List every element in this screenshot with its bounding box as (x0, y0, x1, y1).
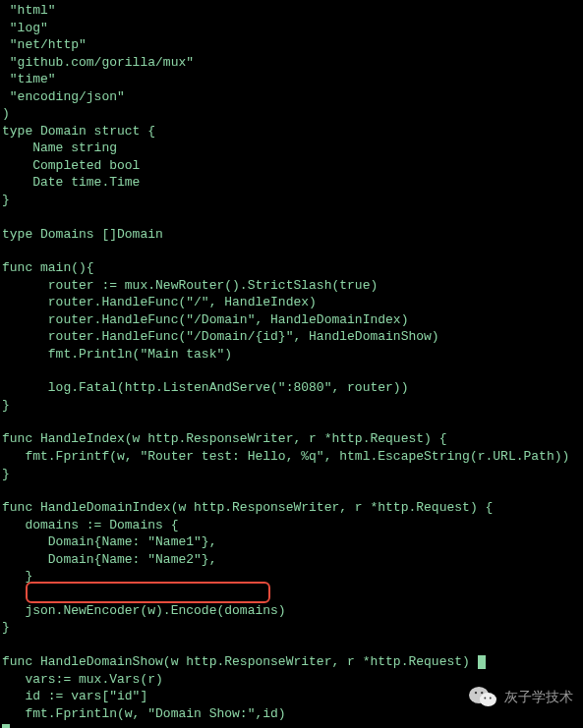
code-line: "net/http" (2, 36, 581, 54)
code-line: func HandleIndex(w http.ResponseWriter, … (2, 430, 581, 448)
cursor-icon (478, 655, 486, 669)
code-line: "time" (2, 71, 581, 88)
code-line: } (2, 192, 581, 209)
footer: 灰子学技术 (469, 685, 573, 708)
code-line: "html" (2, 2, 581, 20)
code-line (2, 637, 581, 653)
code-line: router := mux.NewRouter().StrictSlash(tr… (2, 277, 581, 295)
code-line: } (2, 619, 581, 637)
code-line (2, 414, 581, 430)
code-line: fmt.Fprintf(w, "Router test: Hello, %q",… (2, 448, 581, 466)
code-line: type Domains []Domain (2, 226, 581, 244)
code-line: log.Fatal(http.ListenAndServe(":8080", r… (2, 379, 581, 397)
code-line: Domain{Name: "Name2"}, (2, 551, 581, 569)
footer-text: 灰子学技术 (504, 688, 573, 706)
code-line: router.HandleFunc("/Domain/{id}", Handle… (2, 328, 581, 346)
code-line: ) (2, 105, 581, 123)
code-line: Domain{Name: "Name1"}, (2, 533, 581, 551)
cursor-icon (2, 724, 10, 728)
code-line: } (2, 466, 581, 483)
code-line: Name string (2, 140, 581, 157)
code-line: Date time.Time (2, 174, 581, 192)
code-line: "log" (2, 20, 581, 37)
code-line: type Domain struct { (2, 123, 581, 140)
code-line: "encoding/json" (2, 88, 581, 106)
code-line (2, 209, 581, 226)
wechat-icon (469, 685, 496, 708)
code-line (2, 586, 581, 602)
code-line (2, 243, 581, 259)
code-line: } (2, 568, 581, 586)
svg-point-3 (481, 692, 483, 694)
code-block: "html" "log" "net/http" "github.com/gori… (0, 0, 583, 728)
svg-point-5 (490, 698, 492, 700)
code-line (2, 482, 581, 499)
code-line-with-cursor: func HandleDomainShow(w http.ResponseWri… (2, 653, 581, 671)
code-line: json.NewEncoder(w).Encode(domains) (2, 602, 581, 620)
code-line: } (2, 397, 581, 415)
svg-point-1 (480, 693, 496, 706)
code-line: "github.com/gorilla/mux" (2, 54, 581, 72)
code-text: func HandleDomainShow(w http.ResponseWri… (2, 654, 478, 669)
code-line-end (2, 722, 581, 728)
svg-point-2 (475, 692, 477, 694)
code-line: func main(){ (2, 259, 581, 277)
code-line (2, 363, 581, 379)
code-line: func HandleDomainIndex(w http.ResponseWr… (2, 499, 581, 517)
code-line: router.HandleFunc("/Domain", HandleDomai… (2, 311, 581, 329)
code-line: fmt.Println("Main task") (2, 346, 581, 364)
code-line: domains := Domains { (2, 517, 581, 534)
svg-point-4 (484, 698, 486, 700)
code-line: Completed bool (2, 157, 581, 175)
code-line: router.HandleFunc("/", HandleIndex) (2, 294, 581, 311)
